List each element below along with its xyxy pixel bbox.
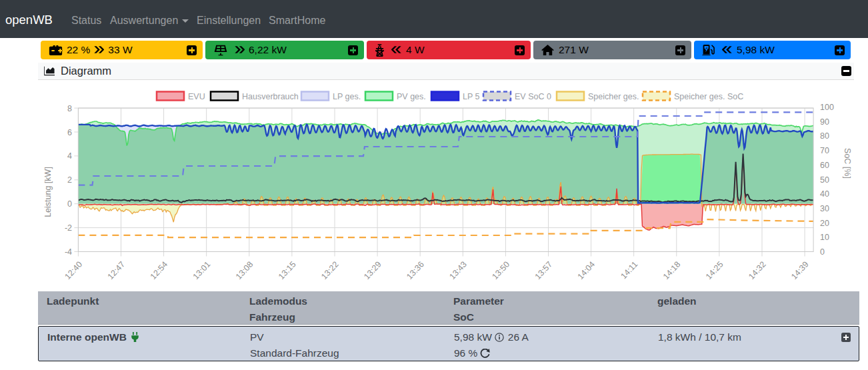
- svg-text:13:50: 13:50: [491, 259, 512, 281]
- svg-text:6: 6: [67, 128, 72, 137]
- svg-text:Leistung [kW]: Leistung [kW]: [43, 167, 53, 217]
- svg-text:14:32: 14:32: [747, 259, 768, 281]
- svg-text:14:18: 14:18: [661, 259, 683, 281]
- svg-text:0: 0: [67, 199, 72, 209]
- svg-text:13:22: 13:22: [319, 259, 341, 281]
- svg-text:EVU: EVU: [188, 92, 205, 101]
- svg-text:70: 70: [820, 146, 829, 155]
- svg-text:2: 2: [67, 175, 72, 185]
- svg-text:14:04: 14:04: [576, 259, 597, 281]
- svg-text:8: 8: [67, 104, 72, 113]
- svg-text:Speicher ges.: Speicher ges.: [588, 92, 639, 101]
- svg-text:13:01: 13:01: [191, 259, 213, 281]
- svg-text:EV SoC 0: EV SoC 0: [515, 92, 551, 101]
- svg-text:13:36: 13:36: [405, 259, 426, 281]
- svg-text:13:15: 13:15: [277, 259, 298, 281]
- svg-text:Speicher ges. SoC: Speicher ges. SoC: [674, 92, 743, 101]
- svg-text:13:29: 13:29: [362, 259, 383, 281]
- svg-text:14:11: 14:11: [619, 259, 639, 281]
- svg-text:LP 5: LP 5: [463, 92, 480, 101]
- svg-text:13:57: 13:57: [533, 259, 555, 281]
- svg-text:50: 50: [820, 175, 829, 185]
- svg-text:13:08: 13:08: [234, 259, 255, 281]
- svg-text:14:39: 14:39: [789, 259, 811, 281]
- svg-text:13:43: 13:43: [447, 259, 469, 281]
- svg-text:LP ges.: LP ges.: [333, 92, 361, 101]
- svg-text:14:25: 14:25: [704, 259, 725, 281]
- svg-text:10: 10: [820, 233, 829, 242]
- svg-text:20: 20: [820, 219, 829, 228]
- svg-text:40: 40: [820, 189, 829, 199]
- svg-text:80: 80: [820, 131, 829, 141]
- svg-text:90: 90: [820, 117, 829, 127]
- svg-text:60: 60: [820, 161, 829, 170]
- svg-text:4: 4: [67, 151, 72, 161]
- svg-text:SoC [%]: SoC [%]: [843, 148, 852, 179]
- svg-text:12:54: 12:54: [149, 259, 170, 281]
- svg-text:12:40: 12:40: [63, 259, 85, 281]
- svg-text:30: 30: [820, 204, 829, 213]
- svg-text:Hausverbrauch: Hausverbrauch: [242, 92, 299, 101]
- svg-text:PV ges.: PV ges.: [397, 92, 426, 101]
- svg-text:-4: -4: [65, 247, 72, 257]
- svg-text:100: 100: [820, 103, 834, 112]
- svg-text:-2: -2: [65, 223, 72, 233]
- svg-text:12:47: 12:47: [106, 259, 127, 281]
- svg-text:0: 0: [820, 247, 825, 257]
